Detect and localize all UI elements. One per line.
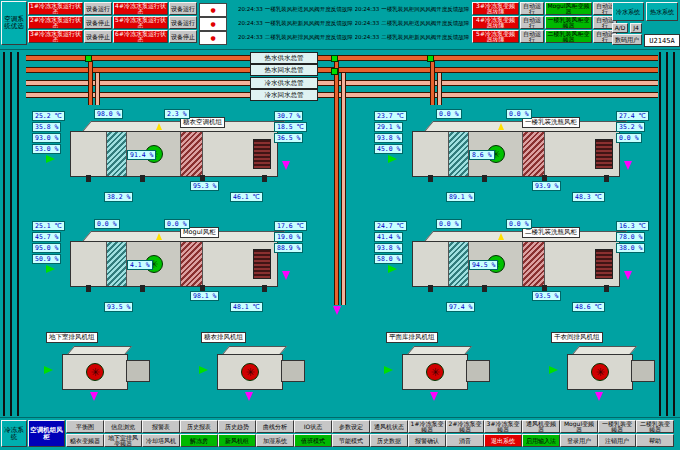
exhaust-unit-1: 地下室排风机组 <box>40 332 160 410</box>
alarm-message: 一楼乳装风柜新风风阀开度反馈故障 <box>265 20 353 26</box>
menu-button[interactable]: 历史报表 <box>180 420 218 433</box>
intake-section <box>413 132 449 176</box>
pump-status-button[interactable]: 6#冷冻水泵运行状态 <box>113 30 168 43</box>
menu-button[interactable]: 值班模式 <box>294 434 332 447</box>
menu-button[interactable]: 新风机组 <box>218 434 256 447</box>
pipe-label: 热水供水总管 <box>250 52 318 64</box>
user-mode-button[interactable]: 数码用户 <box>612 34 642 45</box>
discharge-section <box>203 132 277 176</box>
humidity-readout: 35.8 % <box>32 122 61 132</box>
menu-button[interactable]: 启用输入法 <box>522 434 560 447</box>
exhaust-unit-label: 地下室排风机组 <box>46 332 98 343</box>
menu-button[interactable]: 登录用户 <box>560 434 598 447</box>
menu-button[interactable]: 平衡图 <box>66 420 104 433</box>
menu-button[interactable]: 一楼乳装变频器 <box>598 420 636 433</box>
valve-icon[interactable] <box>331 68 338 75</box>
drive-status-button[interactable]: 一楼乳装风柜变频器 <box>545 16 592 29</box>
pump-status-button[interactable]: 设备停止 <box>84 16 112 29</box>
menu-button[interactable]: 参数设定 <box>332 420 370 433</box>
pump-status-button[interactable]: 设备停止 <box>84 30 112 43</box>
menu-button-label: 地下室排风变频器 <box>106 435 140 447</box>
menu-button[interactable]: 通风机变频器 <box>522 420 560 433</box>
menu-button[interactable]: 退出系统 <box>484 434 522 447</box>
pump-status-button[interactable]: 5#冷冻水泵运行状态 <box>113 16 168 29</box>
ad-button[interactable]: A/D <box>612 23 628 33</box>
menu-button[interactable]: 信息浏览 <box>104 420 142 433</box>
pump-status-label: 设备停止 <box>86 34 110 40</box>
alarm-row[interactable]: 20:24:33 二楼乳装风柜新风风阀开度反馈故障 <box>355 31 471 44</box>
menu-button[interactable]: 2#冷冻泵变频器 <box>446 420 484 433</box>
menu-button[interactable]: 通风机状态 <box>370 420 408 433</box>
valve-icon[interactable] <box>427 55 434 62</box>
alarm-row[interactable]: 20:24:33 一楼乳装风柜新风风阀开度反馈故障 <box>238 17 354 30</box>
drive-status-button[interactable]: 自动运行 <box>520 16 544 29</box>
j4-button[interactable]: J4 <box>630 23 642 33</box>
menu-button-label: 3#冷冻泵变频器 <box>486 421 520 433</box>
pump-status-button[interactable]: 2#冷冻水泵运行状态 <box>28 16 83 29</box>
system-group-button[interactable]: 冷冻系统 <box>1 420 27 447</box>
fan-speed-readout: 8.6 % <box>469 150 495 160</box>
valve-pos-readout: 93.5 % <box>104 302 133 312</box>
alarm-message: 二楼乳装风柜排风风阀开度反馈故障 <box>265 34 353 40</box>
menu-button[interactable]: 糖衣变频器 <box>66 434 104 447</box>
pump-status-button[interactable]: 设备运行 <box>169 2 197 15</box>
pump-status-button[interactable]: 4#冷冻水泵运行状态 <box>113 2 168 15</box>
drive-status-button[interactable]: 5#冷冻泵变频器故障 <box>472 30 519 43</box>
menu-button-label: Mogul变频器 <box>562 421 596 433</box>
drive-status-button[interactable]: 二楼乳装风柜变频器 <box>545 30 592 43</box>
valve-icon[interactable] <box>85 55 92 62</box>
alarm-row[interactable]: 20:24:33 一楼乳装风柜回风风阀开度反馈故障 <box>355 3 471 16</box>
menu-button[interactable]: 节能模式 <box>332 434 370 447</box>
pump-status-button[interactable]: 设备运行 <box>169 16 197 29</box>
menu-button[interactable]: 曲线分析 <box>256 420 294 433</box>
drive-status-label: 5#冷冻泵变频器故障 <box>474 31 517 43</box>
menu-button[interactable]: 帮助 <box>636 434 674 447</box>
menu-button[interactable]: 报警表 <box>142 420 180 433</box>
exhaust-duct <box>126 360 150 382</box>
exhaust-unit-3: 平面库排风机组 <box>380 332 500 410</box>
menu-button[interactable]: 冷却塔风机 <box>142 434 180 447</box>
menu-button[interactable]: 地下室排风变频器 <box>104 434 142 447</box>
menu-button[interactable]: 1#冷冻泵变频器 <box>408 420 446 433</box>
active-page-button[interactable]: 空调机组风柜 <box>28 420 65 447</box>
menu-row-2: 糖衣变频器 地下室排风变频器 冷却塔风机 解冻房 新风机组 加湿系统 值班模式 … <box>66 434 674 447</box>
menu-button[interactable]: 加湿系统 <box>256 434 294 447</box>
drive-status-button[interactable]: 自动运行 <box>520 2 544 15</box>
cold-water-system-button[interactable]: 冷水系统 <box>612 2 644 21</box>
hot-water-system-button[interactable]: 热水系统 <box>646 2 678 21</box>
menu-button[interactable]: 注销用户 <box>598 434 636 447</box>
menu-button[interactable]: 消音 <box>446 434 484 447</box>
pump-status-button[interactable]: 1#冷冻水泵运行状态 <box>28 2 83 15</box>
alarm-message: 一楼乳装风柜送风风阀开度反馈故障 <box>265 6 353 12</box>
damper-pos-readout: 93.8 % <box>374 133 403 143</box>
drive-status-button[interactable]: 4#冷冻泵变频器故障 <box>472 16 519 29</box>
menu-button[interactable]: 3#冷冻泵变频器 <box>484 420 522 433</box>
alarm-row[interactable]: 20:24:33 二楼乳装风柜排风风阀开度反馈故障 <box>238 31 354 44</box>
pump-status-button[interactable]: 设备运行 <box>84 2 112 15</box>
drive-status-button[interactable]: Mogul风柜变频器 <box>545 2 592 15</box>
drive-status-button[interactable]: 自动运行 <box>520 30 544 43</box>
menu-button[interactable]: 二楼乳装变频器 <box>636 420 674 433</box>
menu-button[interactable]: IO状态 <box>294 420 332 433</box>
menu-button-label: 退出系统 <box>491 438 515 444</box>
exhaust-unit-label: 干衣间排风机组 <box>551 332 603 343</box>
drive-status-button[interactable]: 3#冷冻泵变频器故障 <box>472 2 519 15</box>
menu-button[interactable]: 历史趋势 <box>218 420 256 433</box>
exhaust-unit-2: 糖衣排风机组 <box>195 332 315 410</box>
menu-button[interactable]: Mogul变频器 <box>560 420 598 433</box>
pump-status-grid: 1#冷冻水泵运行状态 设备运行 4#冷冻水泵运行状态 设备运行 2#冷冻水泵运行… <box>28 2 197 43</box>
station-id-readout: U2145A <box>644 34 680 47</box>
pump-status-label: 5#冷冻水泵运行状态 <box>115 17 166 29</box>
menu-button[interactable]: 解冻房 <box>180 434 218 447</box>
system-selector-button[interactable]: 空调系统优选 <box>1 1 27 45</box>
alarm-row[interactable]: 20:24:33 一楼乳装风柜送风风阀开度反馈故障 <box>238 3 354 16</box>
pump-status-button[interactable]: 3#冷冻水泵运行状态 <box>28 30 83 43</box>
menu-button[interactable]: 历史数据 <box>370 434 408 447</box>
filter-section <box>449 242 469 286</box>
alarm-row[interactable]: 20:24:33 二楼乳装风柜送风风阀开度反馈故障 <box>355 17 471 30</box>
valve-icon[interactable] <box>331 55 338 62</box>
pump-status-button[interactable]: 设备停止 <box>169 30 197 43</box>
menu-button[interactable]: 报警确认 <box>408 434 446 447</box>
pump-status-label: 设备运行 <box>171 6 195 12</box>
flow-arrow <box>498 233 504 240</box>
